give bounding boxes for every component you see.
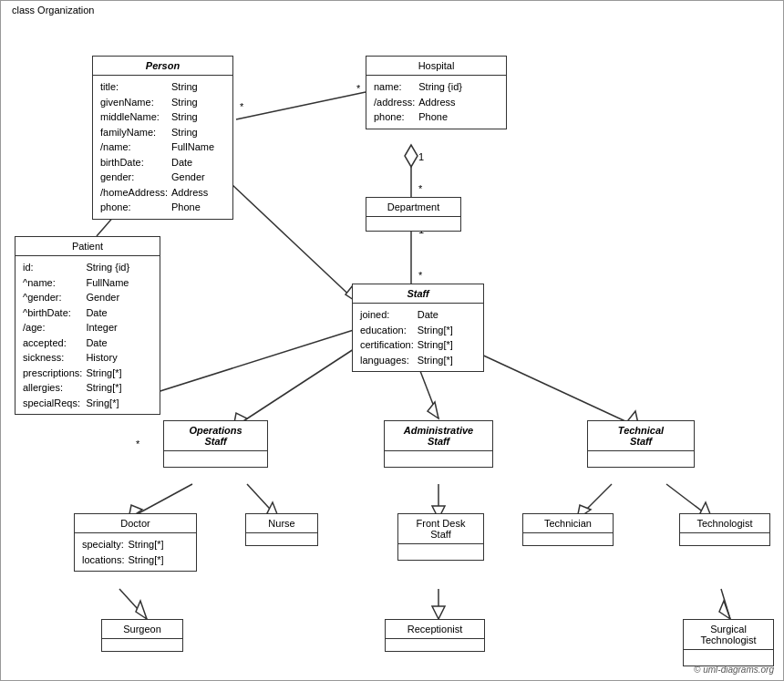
- class-hospital-title: Hospital: [366, 57, 506, 76]
- class-hospital-attrs: name:String {id} /address:Address phone:…: [366, 76, 506, 129]
- class-receptionist-title: Receptionist: [386, 620, 484, 639]
- svg-line-18: [466, 347, 639, 428]
- class-hospital: Hospital name:String {id} /address:Addre…: [366, 56, 507, 129]
- diagram-title: class Organization: [8, 5, 98, 15]
- class-doctor-attrs: specialty:String[*] locations:String[*]: [75, 533, 196, 571]
- svg-line-14: [233, 347, 356, 428]
- class-surgical-technologist-title: SurgicalTechnologist: [684, 620, 773, 650]
- class-department: Department: [366, 197, 461, 232]
- svg-marker-31: [136, 601, 147, 619]
- svg-text:*: *: [418, 183, 423, 194]
- class-staff-attrs: joined:Date education:String[*] certific…: [353, 304, 483, 371]
- class-person-title: Person: [93, 57, 232, 76]
- svg-line-34: [721, 589, 730, 619]
- class-nurse-title: Nurse: [246, 514, 317, 533]
- diagram-container: class Organization * * 1 * 1 *: [0, 0, 784, 681]
- svg-line-0: [236, 92, 366, 119]
- class-technologist-title: Technologist: [680, 514, 769, 533]
- class-doctor-title: Doctor: [75, 514, 196, 533]
- class-administrative-staff: AdministrativeStaff: [384, 420, 493, 468]
- class-patient-title: Patient: [15, 237, 160, 256]
- class-person: Person title:String givenName:String mid…: [92, 56, 233, 220]
- class-technologist: Technologist: [679, 513, 770, 546]
- class-patient-attrs: id:String {id} ^name:FullName ^gender:Ge…: [15, 256, 160, 414]
- class-technician-title: Technician: [523, 514, 613, 533]
- class-operations-staff: OperationsStaff: [163, 420, 268, 468]
- class-technical-staff: TechnicalStaff: [587, 420, 695, 468]
- class-technician: Technician: [522, 513, 614, 546]
- class-staff: Staff joined:Date education:String[*] ce…: [352, 284, 484, 372]
- svg-text:*: *: [356, 83, 361, 94]
- class-technical-staff-title: TechnicalStaff: [588, 421, 694, 451]
- class-surgeon: Surgeon: [101, 619, 183, 652]
- class-person-attrs: title:String givenName:String middleName…: [93, 76, 232, 219]
- class-patient: Patient id:String {id} ^name:FullName ^g…: [15, 236, 160, 415]
- copyright: © uml-diagrams.org: [694, 665, 774, 675]
- svg-line-30: [119, 589, 147, 619]
- class-staff-title: Staff: [353, 284, 483, 304]
- class-department-title: Department: [366, 198, 460, 217]
- svg-marker-35: [719, 601, 730, 619]
- class-front-desk-staff-title: Front DeskStaff: [398, 514, 483, 544]
- svg-marker-17: [428, 402, 438, 418]
- svg-text:*: *: [240, 101, 244, 112]
- class-doctor: Doctor specialty:String[*] locations:Str…: [74, 513, 197, 572]
- class-front-desk-staff: Front DeskStaff: [397, 513, 484, 561]
- svg-text:1: 1: [418, 151, 424, 162]
- class-surgical-technologist: SurgicalTechnologist: [683, 619, 774, 666]
- class-operations-staff-title: OperationsStaff: [164, 421, 267, 451]
- svg-marker-4: [405, 145, 418, 167]
- svg-text:*: *: [136, 439, 140, 449]
- class-nurse: Nurse: [245, 513, 318, 546]
- svg-text:*: *: [418, 270, 423, 281]
- class-administrative-staff-title: AdministrativeStaff: [385, 421, 492, 451]
- class-surgeon-title: Surgeon: [102, 620, 182, 639]
- svg-marker-33: [432, 606, 445, 619]
- class-receptionist: Receptionist: [385, 619, 485, 652]
